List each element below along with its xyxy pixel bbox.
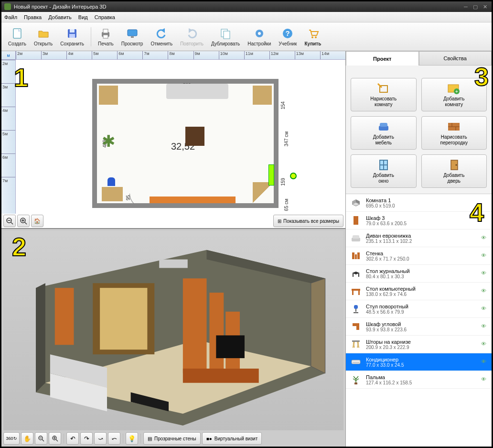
object-dimensions: 302.6 x 71.7 x 250.0 [366, 256, 481, 262]
menu-help[interactable]: Справка [95, 14, 115, 20]
visibility-eye-icon[interactable]: 👁 [481, 270, 488, 277]
ruler-vertical: 2м3м4м5м6м7м [1, 60, 16, 214]
3d-canvas[interactable] [3, 231, 343, 430]
toolbar-help-button[interactable]: ?Учебник [276, 26, 300, 47]
visibility-eye-icon[interactable]: 👁 [481, 235, 488, 241]
minimize-button[interactable]: ─ [462, 3, 470, 11]
menu-edit[interactable]: Правка [24, 14, 42, 20]
object-item[interactable]: Комната 1695.0 x 519.0 [346, 194, 492, 212]
action-add-room[interactable]: +Добавитькомнату [421, 78, 487, 111]
action-draw-wall[interactable]: Нарисоватьперегородку [421, 116, 487, 150]
object-list[interactable]: Комната 1695.0 x 519.0Шкаф 379.0 x 63.6 … [346, 194, 492, 447]
plant-icon[interactable]: ✱ [102, 131, 126, 155]
furniture-chair[interactable] [107, 177, 115, 186]
toolbar-monitor-button[interactable]: Просмотр [118, 26, 146, 47]
rotate-right-button[interactable]: ↷ [80, 432, 93, 445]
object-item[interactable]: Диван еврокнижка235.1 x 113.1 x 102.2👁 [346, 229, 492, 247]
toolbar-folder-button[interactable]: Открыть [31, 26, 55, 47]
zoom-in-3d-button[interactable] [49, 432, 61, 445]
object-item[interactable]: Шторы на карнизе200.9 x 20.3 x 222.9👁 [346, 336, 492, 353]
selected-ac[interactable] [269, 165, 274, 185]
furniture-corner[interactable] [253, 182, 274, 203]
toolbar-redo-button[interactable]: Повторить [177, 26, 206, 47]
toolbar-copy-button[interactable]: Дублировать [208, 26, 243, 47]
room-outline[interactable]: 582 347 см 154 159 65 см 489 665 95 32,5… [92, 79, 279, 208]
ruler-horizontal: 2м3м4м5м6м7м8м9м10м11м12м13м14м [16, 51, 345, 60]
object-item[interactable]: Стол журнальный80.4 x 80.1 x 30.3👁 [346, 265, 492, 283]
door-arc[interactable] [129, 194, 144, 208]
svg-text:?: ? [286, 29, 290, 37]
toolbar-gear-button[interactable]: Настройки [245, 26, 274, 47]
toolbar-undo-button[interactable]: Отменить [148, 26, 175, 47]
home-button[interactable]: 🏠 [31, 215, 43, 227]
maximize-button[interactable]: ▢ [472, 3, 479, 11]
visibility-eye-icon[interactable]: 👁 [481, 376, 488, 383]
dim-right-sub: 154 [280, 101, 286, 109]
action-add-furniture[interactable]: Добавитьмебель [351, 116, 417, 150]
toolbar-print-button[interactable]: Печать [95, 26, 117, 47]
object-item[interactable]: Стенка302.6 x 71.7 x 250.0👁 [346, 247, 492, 265]
action-add-door[interactable]: Добавитьдверь [421, 154, 487, 188]
virtual-visit-button[interactable]: ■● Виртуальный визит [202, 432, 262, 445]
visibility-eye-icon[interactable]: 👁 [481, 252, 488, 259]
menu-add[interactable]: Добавить [48, 14, 72, 20]
save-icon [65, 27, 79, 40]
toolbar-file-button[interactable]: Создать [5, 26, 29, 47]
pan-button[interactable]: ✋ [21, 432, 33, 445]
object-item[interactable]: Шкаф угловой93.9 x 93.8 x 223.6👁 [346, 318, 492, 336]
zoom-out-button[interactable] [3, 215, 16, 227]
svg-rect-7 [103, 35, 108, 38]
visibility-eye-icon[interactable]: 👁 [481, 288, 488, 295]
dim-right-sub2: 159 [280, 178, 286, 186]
object-dimensions: 77.0 x 33.0 x 24.5 [366, 362, 481, 368]
selection-handle[interactable] [290, 173, 297, 179]
object-item[interactable]: Кондиционер77.0 x 33.0 x 24.5👁 [346, 353, 492, 371]
furniture-block[interactable] [253, 86, 272, 105]
zoom-in-button[interactable] [17, 215, 30, 227]
furniture-block[interactable] [99, 86, 118, 105]
object-dimensions: 48.5 x 56.6 x 79.9 [366, 309, 481, 315]
object-dimensions: 695.0 x 519.0 [366, 203, 488, 208]
visibility-eye-icon[interactable]: 👁 [481, 341, 488, 348]
furniture-table[interactable] [185, 127, 204, 146]
transparent-walls-button[interactable]: ▤ Прозрачные стены [143, 432, 201, 445]
object-item[interactable]: Пальма127.4 x 116.2 x 158.5👁 [346, 371, 492, 389]
tilt-down-button[interactable]: ⤺ [108, 432, 120, 445]
object-name: Комната 1 [366, 197, 488, 203]
tab-properties[interactable]: Свойства [419, 51, 492, 66]
close-button[interactable]: ✕ [481, 3, 489, 11]
right-tabs: Проект Свойства [346, 51, 492, 66]
title-bar: Новый проект - Дизайн Интерьера 3D ─ ▢ ✕ [1, 1, 492, 12]
visibility-eye-icon[interactable]: 👁 [481, 359, 488, 365]
zoom-out-3d-button[interactable] [35, 432, 47, 445]
svg-rect-86 [352, 340, 360, 342]
toolbar-save-button[interactable]: Сохранить [57, 26, 87, 47]
desk-icon [350, 285, 362, 297]
toolbar-cart-button[interactable]: Купить [302, 26, 324, 47]
object-item[interactable]: Шкаф 379.0 x 63.6 x 200.5 [346, 212, 492, 229]
view-3d[interactable]: 2 [1, 228, 345, 447]
svg-point-15 [258, 32, 261, 35]
plan-view-2d[interactable]: 1 м 2м3м4м5м6м7м8м9м10м11м12м13м14м 2м3м… [1, 51, 345, 228]
svg-rect-82 [354, 305, 358, 309]
object-item[interactable]: Стул поворотный48.5 x 56.6 x 79.9👁 [346, 300, 492, 318]
rotate-360-button[interactable]: 360↻ [3, 432, 20, 445]
object-item[interactable]: Стол компьютерный138.0 x 62.9 x 74.6👁 [346, 283, 492, 300]
plan-canvas[interactable]: 582 347 см 154 159 65 см 489 665 95 32,5… [16, 60, 345, 214]
furniture-desk[interactable] [102, 187, 123, 201]
toolbar: СоздатьОткрытьСохранитьПечатьПросмотрОтм… [1, 22, 492, 51]
lighting-button[interactable]: 💡 [126, 432, 138, 445]
visibility-eye-icon[interactable]: 👁 [481, 306, 488, 312]
menu-file[interactable]: Файл [4, 14, 17, 20]
show-all-sizes-button[interactable]: ⊞ Показывать все размеры [273, 215, 343, 227]
svg-rect-33 [100, 288, 147, 350]
action-add-window[interactable]: Добавитьокно [351, 154, 417, 188]
tab-project[interactable]: Проект [346, 51, 419, 66]
menu-view[interactable]: Вид [78, 14, 88, 20]
visibility-eye-icon[interactable]: 👁 [481, 323, 488, 330]
furniture-cabinet[interactable] [150, 197, 236, 203]
rotate-left-button[interactable]: ↶ [66, 432, 79, 445]
furniture-sofa[interactable] [166, 84, 228, 99]
action-draw-room[interactable]: Нарисоватькомнату [351, 78, 417, 111]
tilt-up-button[interactable]: ⤻ [94, 432, 107, 445]
